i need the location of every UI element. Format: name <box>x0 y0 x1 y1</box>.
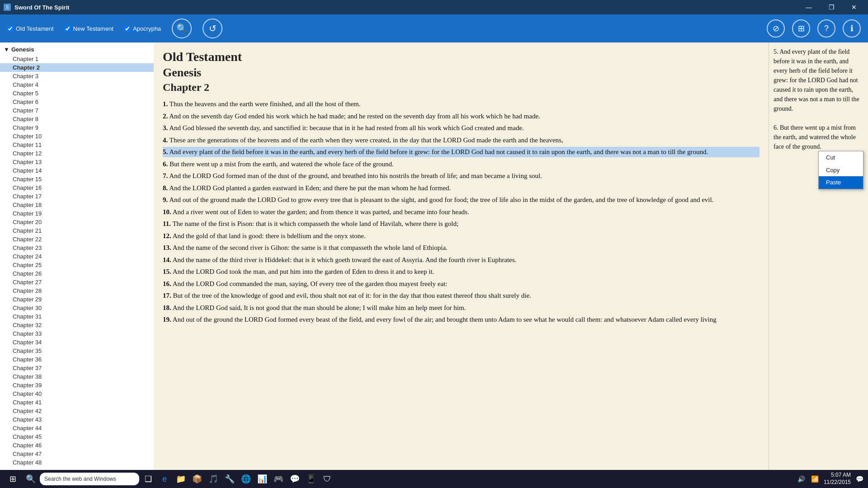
verse-num-14: 14. <box>163 256 171 263</box>
tree-chapter-39[interactable]: Chapter 39 <box>0 381 154 389</box>
taskbar-icon-7[interactable]: 📊 <box>255 472 269 486</box>
nt-checkbox[interactable] <box>65 26 71 32</box>
tree-chapter-7[interactable]: Chapter 7 <box>0 106 154 115</box>
bible-text-area[interactable]: Old Testament Genesis Chapter 2 1. Thus … <box>154 42 769 470</box>
start-button[interactable]: ⊞ <box>4 470 22 488</box>
tree-chapter-21[interactable]: Chapter 21 <box>0 226 154 235</box>
tree-chapter-33[interactable]: Chapter 33 <box>0 329 154 338</box>
verse-num-4: 4. <box>163 136 168 144</box>
tree-chapter-26[interactable]: Chapter 26 <box>0 269 154 278</box>
tree-chapter-17[interactable]: Chapter 17 <box>0 192 154 201</box>
verse-num-17: 17. <box>163 292 171 299</box>
ap-checkbox[interactable] <box>124 26 130 32</box>
verse-num-6: 6. <box>163 160 168 168</box>
tree-chapter-1[interactable]: Chapter 1 <box>0 55 154 63</box>
sidebar-tree[interactable]: ▼ Genesis Chapter 1Chapter 2Chapter 3Cha… <box>0 42 154 470</box>
tree-chapter-19[interactable]: Chapter 19 <box>0 209 154 218</box>
tree-chapter-2[interactable]: Chapter 2 <box>0 63 154 72</box>
toolbar-icon-1[interactable]: ⊘ <box>767 19 785 38</box>
ctx-copy[interactable]: Copy <box>819 164 863 177</box>
tree-chapter-40[interactable]: Chapter 40 <box>0 389 154 398</box>
taskbar-icon-5[interactable]: 🔧 <box>222 472 237 486</box>
tree-chapter-38[interactable]: Chapter 38 <box>0 372 154 381</box>
tree-chapter-18[interactable]: Chapter 18 <box>0 201 154 209</box>
tree-chapter-4[interactable]: Chapter 4 <box>0 80 154 89</box>
main-area: ▼ Genesis Chapter 1Chapter 2Chapter 3Cha… <box>0 42 868 470</box>
taskbar-icon-9[interactable]: 💬 <box>288 472 302 486</box>
tree-chapter-42[interactable]: Chapter 42 <box>0 407 154 415</box>
toolbar-icon-2[interactable]: ⊞ <box>792 19 810 38</box>
verse-13: 13. And the name of the second river is … <box>163 243 760 253</box>
window-controls: — ❐ ✕ <box>798 1 864 14</box>
tree-chapter-10[interactable]: Chapter 10 <box>0 132 154 141</box>
taskbar-search-placeholder: Search the web and Windows <box>44 476 116 482</box>
tree-chapter-32[interactable]: Chapter 32 <box>0 321 154 329</box>
tree-chapter-12[interactable]: Chapter 12 <box>0 149 154 158</box>
taskbar-task-view[interactable]: ❑ <box>141 472 156 486</box>
tree-chapter-46[interactable]: Chapter 46 <box>0 441 154 450</box>
tree-chapter-22[interactable]: Chapter 22 <box>0 235 154 244</box>
tree-chapter-29[interactable]: Chapter 29 <box>0 295 154 304</box>
taskbar-volume[interactable]: 🔊 <box>797 474 807 484</box>
tree-chapter-5[interactable]: Chapter 5 <box>0 89 154 98</box>
tree-chapter-41[interactable]: Chapter 41 <box>0 398 154 407</box>
minimize-button[interactable]: — <box>798 1 819 14</box>
tree-chapter-31[interactable]: Chapter 31 <box>0 312 154 321</box>
tree-chapter-48[interactable]: Chapter 48 <box>0 458 154 467</box>
search-button[interactable]: 🔍 <box>172 19 192 38</box>
ot-checkbox-label[interactable]: Old Testament <box>7 25 54 32</box>
tree-chapter-13[interactable]: Chapter 13 <box>0 158 154 166</box>
taskbar-network[interactable]: 📶 <box>810 474 820 484</box>
taskbar-icon-11[interactable]: 🛡 <box>320 472 335 486</box>
tree-chapter-35[interactable]: Chapter 35 <box>0 347 154 355</box>
verse-15: 15. And the LORD God took the man, and p… <box>163 267 760 277</box>
taskbar-icon-3[interactable]: 📦 <box>190 472 204 486</box>
tree-chapter-37[interactable]: Chapter 37 <box>0 364 154 372</box>
tree-chapter-15[interactable]: Chapter 15 <box>0 175 154 183</box>
tree-chapter-28[interactable]: Chapter 28 <box>0 286 154 295</box>
taskbar-icon-10[interactable]: 📱 <box>304 472 318 486</box>
tree-chapter-8[interactable]: Chapter 8 <box>0 115 154 123</box>
ctx-cut[interactable]: Cut <box>819 151 863 164</box>
ctx-paste[interactable]: Paste <box>819 176 863 189</box>
tree-chapter-23[interactable]: Chapter 23 <box>0 244 154 252</box>
close-button[interactable]: ✕ <box>844 1 864 14</box>
tree-chapter-36[interactable]: Chapter 36 <box>0 355 154 364</box>
tree-chapter-16[interactable]: Chapter 16 <box>0 183 154 192</box>
tree-chapter-9[interactable]: Chapter 9 <box>0 123 154 132</box>
ot-checkbox[interactable] <box>7 26 13 32</box>
tree-chapter-20[interactable]: Chapter 20 <box>0 218 154 226</box>
nt-checkbox-label[interactable]: New Testament <box>65 25 113 32</box>
tree-chapter-47[interactable]: Chapter 47 <box>0 450 154 458</box>
tree-chapter-27[interactable]: Chapter 27 <box>0 278 154 286</box>
tree-chapter-44[interactable]: Chapter 44 <box>0 424 154 432</box>
right-panel: 5. And every plant of the field before i… <box>769 42 868 470</box>
tree-root-genesis[interactable]: ▼ Genesis <box>0 44 154 55</box>
taskbar-notifications[interactable]: 💬 <box>854 474 864 484</box>
taskbar-file-explorer[interactable]: 📁 <box>174 472 188 486</box>
history-button[interactable]: ↺ <box>203 19 222 38</box>
taskbar-icon-6[interactable]: 🌐 <box>239 472 253 486</box>
toolbar-icon-help[interactable]: ? <box>817 19 835 38</box>
tree-chapter-30[interactable]: Chapter 30 <box>0 304 154 312</box>
restore-button[interactable]: ❐ <box>821 1 842 14</box>
taskbar-search-bar[interactable]: Search the web and Windows <box>40 473 139 485</box>
tree-chapter-43[interactable]: Chapter 43 <box>0 415 154 424</box>
tree-chapter-24[interactable]: Chapter 24 <box>0 252 154 261</box>
tree-chapter-3[interactable]: Chapter 3 <box>0 72 154 80</box>
context-menu: Cut Copy Paste <box>818 151 863 189</box>
taskbar-icon-8[interactable]: 🎮 <box>271 472 286 486</box>
tree-chapter-6[interactable]: Chapter 6 <box>0 98 154 106</box>
tree-chapter-45[interactable]: Chapter 45 <box>0 432 154 441</box>
ap-checkbox-label[interactable]: Apocrypha <box>124 25 161 32</box>
tree-chapter-11[interactable]: Chapter 11 <box>0 141 154 149</box>
taskbar-icon-4[interactable]: 🎵 <box>206 472 221 486</box>
tree-chapter-34[interactable]: Chapter 34 <box>0 338 154 347</box>
verse-1: 1. Thus the heavens and the earth were f… <box>163 99 760 109</box>
tree-chapter-14[interactable]: Chapter 14 <box>0 166 154 175</box>
verse-num-3: 3. <box>163 124 168 131</box>
taskbar-ie[interactable]: e <box>157 472 172 486</box>
tree-chapter-25[interactable]: Chapter 25 <box>0 261 154 269</box>
toolbar-icon-info[interactable]: ℹ <box>843 19 861 38</box>
verse-11: 11. The name of the first is Pison: that… <box>163 219 760 229</box>
